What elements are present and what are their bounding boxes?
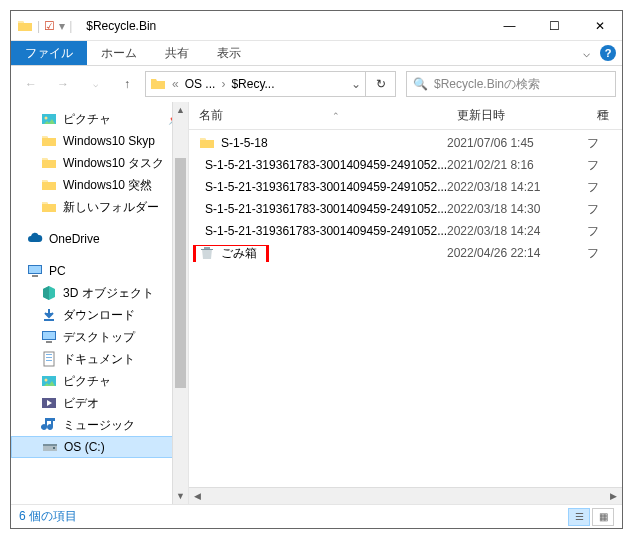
view-details-button[interactable]: ☰ [568, 508, 590, 526]
sidebar-label: OneDrive [49, 232, 100, 246]
pc-child-icon [41, 351, 57, 367]
sidebar-item-pc-child[interactable]: デスクトップ [11, 326, 188, 348]
sidebar-item-pc[interactable]: PC [11, 260, 188, 282]
sidebar-item-pc-child[interactable]: ビデオ [11, 392, 188, 414]
pc-child-icon [41, 373, 57, 389]
refresh-button[interactable]: ↻ [366, 71, 396, 97]
svg-rect-3 [29, 266, 41, 273]
navbar: ← → ⌵ ↑ « OS ... › $Recy... ⌄ ↻ 🔍 $Recyc… [11, 66, 622, 102]
crumb-arrow-icon[interactable]: › [221, 77, 225, 91]
sort-indicator-icon: ⌃ [332, 111, 340, 121]
list-item[interactable]: ごみ箱2022/04/26 22:14フ [189, 242, 622, 264]
sidebar-label: ドキュメント [63, 351, 135, 368]
file-name: S-1-5-21-319361783-3001409459-2491052... [205, 202, 447, 216]
nav-up-button[interactable]: ↑ [113, 71, 141, 97]
sidebar-item-onedrive[interactable]: OneDrive [11, 228, 188, 250]
sidebar-label: OS (C:) [64, 440, 105, 454]
svg-rect-16 [45, 418, 55, 421]
tab-file[interactable]: ファイル [11, 41, 87, 65]
scroll-thumb[interactable] [175, 158, 186, 388]
scroll-right-icon[interactable]: ▶ [605, 488, 622, 504]
folder-icon [41, 199, 57, 215]
file-name: S-1-5-21-319361783-3001409459-2491052... [205, 180, 447, 194]
svg-rect-12 [46, 360, 52, 361]
svg-rect-19 [53, 447, 55, 449]
list-item[interactable]: S-1-5-21-319361783-3001409459-2491052...… [189, 176, 622, 198]
sidebar-label: ダウンロード [63, 307, 135, 324]
svg-point-1 [45, 117, 48, 120]
sidebar-label: デスクトップ [63, 329, 135, 346]
list-item[interactable]: S-1-5-182021/07/06 1:45フ [189, 132, 622, 154]
file-type: フ [587, 223, 617, 240]
address-bar[interactable]: « OS ... › $Recy... ⌄ [145, 71, 366, 97]
list-item[interactable]: S-1-5-21-319361783-3001409459-2491052...… [189, 198, 622, 220]
file-type: フ [587, 135, 617, 152]
list-item[interactable]: S-1-5-21-319361783-3001409459-2491052...… [189, 220, 622, 242]
search-box[interactable]: 🔍 $Recycle.Binの検索 [406, 71, 616, 97]
sidebar-item-folder[interactable]: 新しいフォルダー [11, 196, 188, 218]
qat-checkbox-icon[interactable]: ☑ [44, 19, 55, 33]
column-headers: 名前⌃ 更新日時 種 [189, 102, 622, 130]
maximize-button[interactable]: ☐ [532, 11, 577, 40]
search-icon: 🔍 [413, 77, 428, 91]
file-list: 名前⌃ 更新日時 種 S-1-5-182021/07/06 1:45フS-1-5… [189, 102, 622, 504]
status-bar: 6 個の項目 ☰ ▦ [11, 504, 622, 528]
scroll-down-icon[interactable]: ▼ [173, 488, 188, 504]
file-date: 2021/02/21 8:16 [447, 158, 587, 172]
ribbon-expand-icon[interactable]: ⌵ [583, 46, 590, 60]
nav-recent-icon[interactable]: ⌵ [81, 71, 109, 97]
nav-pane: ピクチャ📌 Windows10 SkypWindows10 タスクWindows… [11, 102, 189, 504]
col-type[interactable]: 種 [587, 107, 619, 124]
help-icon[interactable]: ? [600, 45, 616, 61]
sidebar-item-pc-child[interactable]: ダウンロード [11, 304, 188, 326]
pictures-icon [41, 111, 57, 127]
scroll-left-icon[interactable]: ◀ [189, 488, 206, 504]
sidebar-item-folder[interactable]: Windows10 突然 [11, 174, 188, 196]
svg-rect-7 [43, 332, 55, 339]
qat: | ☑ ▾ | [11, 18, 78, 34]
sidebar-scrollbar[interactable]: ▲ ▼ [172, 102, 188, 504]
scroll-up-icon[interactable]: ▲ [173, 102, 188, 118]
onedrive-icon [27, 231, 43, 247]
address-icon [150, 76, 166, 92]
scroll-track[interactable] [206, 488, 605, 504]
pc-child-icon [42, 439, 58, 455]
sidebar-item-folder[interactable]: Windows10 タスク [11, 152, 188, 174]
body: ピクチャ📌 Windows10 SkypWindows10 タスクWindows… [11, 102, 622, 504]
sidebar-item-pc-child[interactable]: OS (C:) [11, 436, 188, 458]
file-type: フ [587, 179, 617, 196]
view-icons-button[interactable]: ▦ [592, 508, 614, 526]
sidebar-label: ピクチャ [63, 373, 111, 390]
sidebar-item-pc-child[interactable]: ドキュメント [11, 348, 188, 370]
sidebar-item-pc-child[interactable]: ミュージック [11, 414, 188, 436]
sidebar-label: Windows10 タスク [63, 155, 164, 172]
crumb-1[interactable]: OS ... [185, 77, 216, 91]
col-date[interactable]: 更新日時 [447, 107, 587, 124]
qat-sep2: | [69, 19, 72, 33]
sidebar-item-pictures-quick[interactable]: ピクチャ📌 [11, 108, 188, 130]
col-name[interactable]: 名前⌃ [189, 107, 447, 124]
tab-share[interactable]: 共有 [151, 41, 203, 65]
minimize-button[interactable]: — [487, 11, 532, 40]
explorer-window: | ☑ ▾ | $Recycle.Bin — ☐ ✕ ファイル ホーム 共有 表… [10, 10, 623, 529]
sidebar-item-pc-child[interactable]: ピクチャ [11, 370, 188, 392]
crumb-sep: « [172, 77, 179, 91]
folder-icon [199, 135, 215, 151]
nav-forward-button[interactable]: → [49, 71, 77, 97]
sidebar-item-pc-child[interactable]: 3D オブジェクト [11, 282, 188, 304]
sidebar-item-folder[interactable]: Windows10 Skyp [11, 130, 188, 152]
tab-view[interactable]: 表示 [203, 41, 255, 65]
nav-back-button[interactable]: ← [17, 71, 45, 97]
address-dropdown-icon[interactable]: ⌄ [351, 77, 361, 91]
crumb-2[interactable]: $Recy... [231, 77, 274, 91]
app-icon [17, 18, 33, 34]
list-h-scrollbar[interactable]: ◀ ▶ [189, 487, 622, 504]
rows-container: S-1-5-182021/07/06 1:45フS-1-5-21-3193617… [189, 130, 622, 487]
qat-overflow-icon[interactable]: ▾ [59, 19, 65, 33]
tab-home[interactable]: ホーム [87, 41, 151, 65]
file-date: 2022/03/18 14:21 [447, 180, 587, 194]
file-date: 2022/03/18 14:30 [447, 202, 587, 216]
close-button[interactable]: ✕ [577, 11, 622, 40]
file-type: フ [587, 157, 617, 174]
list-item[interactable]: S-1-5-21-319361783-3001409459-2491052...… [189, 154, 622, 176]
